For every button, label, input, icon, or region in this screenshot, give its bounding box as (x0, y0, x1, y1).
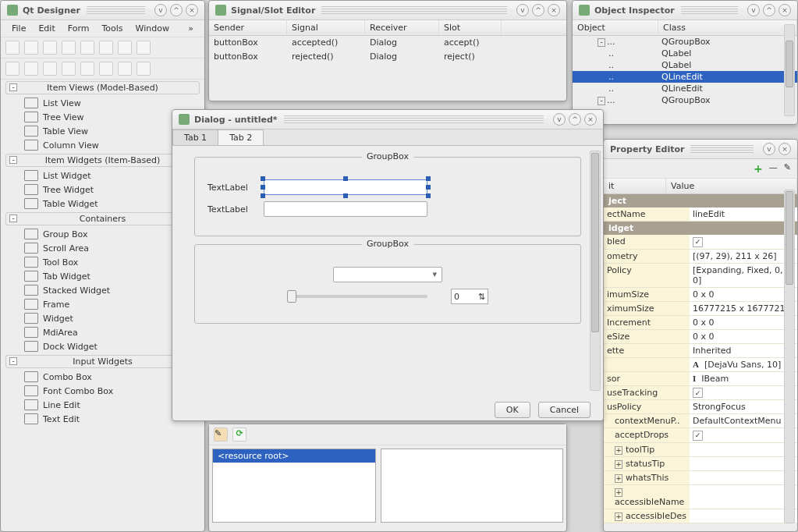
resource-root[interactable]: <resource root> (213, 449, 375, 463)
resize-handle[interactable] (261, 176, 265, 181)
property-row[interactable]: sorI IBeam (604, 372, 797, 386)
minimize-button[interactable]: v (763, 143, 775, 155)
maximize-button[interactable]: ^ (569, 113, 581, 126)
collapse-icon[interactable]: - (9, 83, 17, 91)
close-button[interactable]: × (778, 4, 791, 16)
col-property[interactable]: it (604, 179, 666, 193)
resource-view[interactable] (381, 449, 563, 523)
tool-redo-icon[interactable] (80, 41, 94, 55)
menu-edit[interactable]: Edit (32, 22, 61, 35)
menu-window[interactable]: Window (129, 22, 176, 35)
widget-category[interactable]: -Containers (5, 212, 200, 225)
property-row[interactable]: +accessibleName (604, 485, 797, 509)
col-signal[interactable]: Signal (287, 20, 365, 35)
cancel-button[interactable]: Cancel (538, 402, 591, 418)
minimize-button[interactable]: v (154, 4, 167, 16)
vscrollbar[interactable] (784, 190, 795, 523)
layout-adjust-icon[interactable] (137, 62, 151, 76)
checkbox[interactable]: ✓ (693, 431, 703, 441)
property-row[interactable]: ximumSize16777215 x 16777215 (604, 302, 797, 316)
minimize-button[interactable]: v (553, 113, 566, 126)
menu-tools[interactable]: Tools (95, 22, 129, 35)
combo-box[interactable] (333, 267, 442, 282)
property-row[interactable]: contextMenuP..DefaultContextMenu (604, 414, 797, 428)
property-row[interactable]: etteInherited (604, 344, 797, 358)
layout-horiz-icon[interactable] (5, 62, 20, 76)
layout-break-icon[interactable] (118, 62, 132, 76)
expander-icon[interactable]: - (598, 38, 605, 47)
resource-tree[interactable]: <resource root> (212, 449, 376, 523)
tool-paste-icon[interactable] (137, 41, 151, 55)
property-row[interactable]: bled✓ (604, 235, 797, 250)
property-row[interactable]: A [DejaVu Sans, 10] (604, 358, 797, 372)
resize-handle[interactable] (261, 185, 265, 190)
tool-new-icon[interactable] (5, 41, 20, 55)
property-row[interactable]: +statusTip (604, 457, 797, 471)
col-receiver[interactable]: Receiver (365, 20, 439, 35)
maximize-button[interactable]: ^ (532, 4, 544, 16)
property-row[interactable]: eSize0 x 0 (604, 330, 797, 344)
col-class[interactable]: Class (658, 20, 797, 35)
maximize-button[interactable]: ^ (763, 4, 775, 16)
property-row[interactable]: +toolTip (604, 443, 797, 457)
menu-file[interactable]: File (5, 22, 32, 35)
minimize-button[interactable]: v (747, 4, 760, 16)
tab-2[interactable]: Tab 2 (218, 129, 264, 145)
line-edit-selected[interactable] (264, 179, 427, 195)
tool-open-icon[interactable] (24, 41, 38, 55)
col-value[interactable]: Value (666, 179, 797, 193)
property-row[interactable]: useTracking✓ (604, 386, 797, 401)
tree-row[interactable]: ..QLineEdit (573, 71, 797, 83)
layout-grid-icon[interactable] (43, 62, 57, 76)
maximize-button[interactable]: ^ (170, 4, 183, 16)
tree-row[interactable]: -...QGroupBox (573, 94, 797, 106)
remove-property-icon[interactable]: — (769, 162, 778, 175)
reload-icon[interactable]: ⟳ (232, 427, 246, 442)
resize-handle[interactable] (426, 193, 431, 198)
close-button[interactable]: × (584, 113, 597, 126)
menu-form[interactable]: Form (62, 22, 96, 35)
slider[interactable] (287, 295, 427, 298)
table-row[interactable]: buttonBoxrejected()Dialogreject() (209, 50, 566, 64)
close-button[interactable]: × (778, 143, 791, 155)
property-row[interactable]: ometry[(97, 29), 211 x 26] (604, 250, 797, 264)
expander-icon[interactable]: - (598, 97, 605, 105)
layout-split-h-icon[interactable] (80, 62, 94, 76)
tree-row[interactable]: ..QLineEdit (573, 83, 797, 94)
property-row[interactable]: acceptDrops✓ (604, 428, 797, 443)
property-row[interactable]: usPolicyStrongFocus (604, 400, 797, 414)
widget-item[interactable]: List View (2, 96, 203, 110)
spin-arrows-icon[interactable]: ⇅ (478, 292, 485, 302)
resize-handle[interactable] (343, 176, 348, 181)
menu-overflow-icon[interactable]: » (182, 22, 200, 35)
layout-vert-icon[interactable] (24, 62, 38, 76)
edit-resources-icon[interactable]: ✎ (214, 427, 228, 442)
spinbox[interactable]: 0⇅ (451, 289, 488, 304)
tool-undo-icon[interactable] (62, 41, 76, 55)
property-row[interactable]: Policy[Expanding, Fixed, 0, 0] (604, 264, 797, 288)
tree-row[interactable]: ..QLabel (573, 59, 797, 71)
tree-row[interactable]: -...QGroupBox (573, 36, 797, 48)
vscrollbar[interactable] (784, 24, 795, 116)
close-button[interactable]: × (548, 4, 560, 16)
resize-handle[interactable] (343, 193, 348, 198)
resize-handle[interactable] (426, 185, 431, 190)
resize-handle[interactable] (426, 176, 431, 181)
close-button[interactable]: × (186, 4, 198, 16)
collapse-icon[interactable]: - (9, 156, 17, 164)
col-sender[interactable]: Sender (209, 20, 287, 35)
line-edit[interactable] (264, 201, 427, 217)
tab-1[interactable]: Tab 1 (172, 129, 218, 145)
ok-button[interactable]: OK (495, 402, 530, 418)
tool-save-icon[interactable] (43, 41, 57, 55)
tool-cut-icon[interactable] (99, 41, 113, 55)
checkbox[interactable]: ✓ (693, 237, 703, 247)
add-property-icon[interactable]: + (754, 162, 763, 175)
col-slot[interactable]: Slot (439, 20, 502, 35)
property-row[interactable]: imumSize0 x 0 (604, 288, 797, 302)
table-row[interactable]: buttonBoxaccepted()Dialogaccept() (209, 36, 566, 50)
prop-tool-icon[interactable]: ✎ (784, 162, 791, 175)
widget-category[interactable]: -Item Views (Model-Based) (5, 81, 200, 94)
minimize-button[interactable]: v (516, 4, 529, 16)
tool-copy-icon[interactable] (118, 41, 132, 55)
